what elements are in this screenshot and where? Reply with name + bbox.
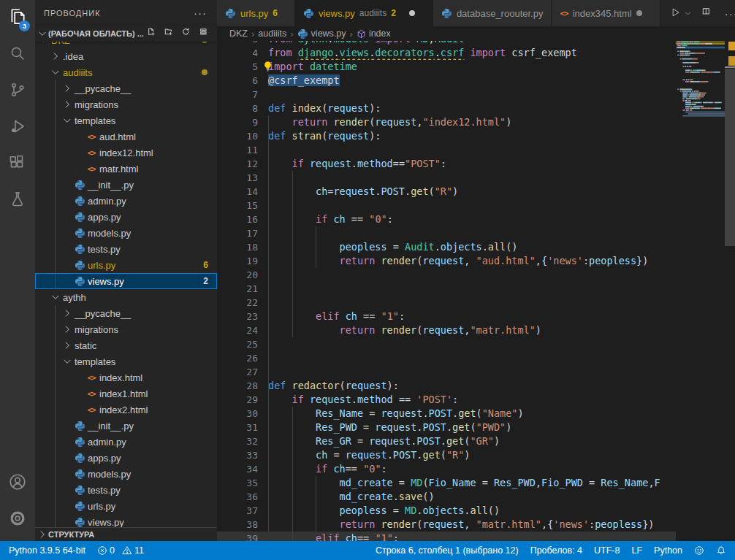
tree-item-audiiits[interactable]: audiiits [35,64,217,80]
line-number[interactable]: 37 [217,504,258,518]
lightbulb-icon[interactable] [262,61,273,74]
code-line-24[interactable]: 24 return render(request,"matr.html") [217,323,676,337]
tree-item-apps.py[interactable]: apps.py [35,450,217,466]
code-line-15[interactable]: 15 [217,199,676,212]
more-actions-button[interactable]: ··· [725,7,735,20]
tab-index345.html[interactable]: <>index345.html [552,0,660,26]
breadcrumb-item-audiiits[interactable]: audiiits [258,28,286,39]
line-number[interactable]: 15 [217,199,258,212]
tree-item-index1.html[interactable]: <>index1.html [35,386,217,402]
tree-item-__init__.py[interactable]: __init__.py [35,418,217,434]
code-line-22[interactable]: 22 [217,296,676,310]
line-number[interactable]: 4 [217,46,258,60]
modified-dot[interactable] [636,10,642,16]
code-line-34[interactable]: 34 if ch== "0": [217,462,676,476]
status-indentation[interactable]: Пробелов: 4 [530,545,582,556]
tree-item-templates[interactable]: templates [35,112,217,129]
activity-item-explorer[interactable]: 3 [0,0,35,37]
breadcrumb-item-DKZ[interactable]: DKZ [229,28,248,39]
tree-item-matr.html[interactable]: <>matr.html [35,161,217,177]
workspace-section-header[interactable]: (РАБОЧАЯ ОБЛАСТЬ) ... [35,26,217,42]
line-number[interactable]: 7 [217,88,258,101]
tree-item-templates[interactable]: templates [35,353,217,369]
code-line-31[interactable]: 31 Res_PWD = request.POST.get("PWD") [217,421,676,434]
line-number[interactable]: 21 [217,282,258,296]
code-line-36[interactable]: 36 md_create.save() [217,490,676,504]
line-number[interactable]: 28 [217,379,258,393]
new-file-icon[interactable] [147,28,159,39]
code-line-7[interactable]: 7 [217,88,676,101]
status-feedback[interactable] [694,545,704,556]
activity-item-run-debug[interactable] [0,110,35,146]
line-number[interactable]: 27 [217,365,258,379]
line-number[interactable]: 29 [217,393,258,407]
code-line-18[interactable]: 18 peopless = Audit.objects.all() [217,240,676,254]
tree-item-tests.py[interactable]: tests.py [35,482,217,498]
tree-item-admin.py[interactable]: admin.py [35,434,217,450]
code-editor[interactable]: 3from aythh.models import MD,Audit4from … [217,26,676,541]
tab-views.py[interactable]: views.pyaudiiits2 [295,0,433,26]
status-encoding[interactable]: UTF-8 [594,545,620,556]
line-number[interactable]: 18 [217,240,258,254]
line-number[interactable]: 23 [217,310,258,323]
code-line-14[interactable]: 14 ch=request.POST.get("R") [217,185,676,199]
line-number[interactable]: 36 [217,490,258,504]
code-line-13[interactable]: 13 [217,171,676,185]
tree-item-__init__.py[interactable]: __init__.py [35,177,217,193]
line-number[interactable]: 12 [217,157,258,171]
activity-item-source-control[interactable] [0,73,35,110]
line-number[interactable]: 35 [217,476,258,490]
tree-item-models.py[interactable]: models.py [35,466,217,482]
code-line-26[interactable]: 26 [217,351,676,365]
code-line-16[interactable]: 16 if ch == "0": [217,212,676,226]
tree-item-aythh[interactable]: aythh [35,289,217,305]
line-number[interactable]: 9 [217,115,258,129]
status-python-interpreter[interactable]: Python 3.9.5 64-bit [9,545,85,556]
minimap[interactable] [676,41,725,541]
tree-item-index.html[interactable]: <>index.html [35,369,217,386]
line-number[interactable]: 30 [217,407,258,421]
tree-item-urls.py[interactable]: urls.py6 [35,257,217,273]
tree-item-migrations[interactable]: migrations [35,96,217,112]
tree-item-aud.html[interactable]: <>aud.html [35,129,217,145]
tab-database_roouter.py[interactable]: database_roouter.py [433,0,552,26]
code-line-9[interactable]: 9 return render(request,"index12.html") [217,115,676,129]
line-number[interactable]: 34 [217,462,258,476]
split-editor-button[interactable] [702,7,714,19]
line-number[interactable]: 39 [217,532,258,541]
line-number[interactable]: 8 [217,101,258,115]
code-line-37[interactable]: 37 peopless = MD.objects.all() [217,504,676,518]
tree-item-.idea[interactable]: .idea [35,48,217,64]
code-line-10[interactable]: 10def stran(request): [217,129,676,143]
line-number[interactable]: 24 [217,323,258,337]
tree-item-apps.py[interactable]: apps.py [35,209,217,225]
line-number[interactable]: 19 [217,254,258,268]
tree-item-migrations[interactable]: migrations [35,321,217,337]
line-number[interactable]: 16 [217,212,258,226]
status-cursor-position[interactable]: Строка 6, столбец 1 (выбрано 12) [376,545,519,556]
tree-item-DKZ[interactable]: DKZ [35,42,217,48]
tree-item-admin.py[interactable]: admin.py [35,193,217,209]
code-line-5[interactable]: 5import datetime [217,60,676,74]
status-notifications[interactable] [716,545,726,556]
code-line-4[interactable]: 4from django.views.decorators.csrf impor… [217,46,676,60]
code-line-6[interactable]: 6@csrf_exempt [217,74,676,88]
tree-item-__pycache__[interactable]: __pycache__ [35,305,217,321]
line-number[interactable]: 13 [217,171,258,185]
collapse-all-icon[interactable] [199,28,211,39]
line-number[interactable]: 32 [217,434,258,448]
line-number[interactable]: 33 [217,448,258,462]
tree-item-models.py[interactable]: models.py [35,225,217,241]
new-folder-icon[interactable] [164,28,176,39]
code-line-27[interactable]: 27 [217,365,676,379]
line-number[interactable]: 10 [217,129,258,143]
scrollbar-thumb[interactable] [725,69,735,246]
activity-item-settings[interactable] [0,502,35,538]
line-number[interactable]: 17 [217,226,258,240]
line-number[interactable]: 22 [217,296,258,310]
tree-item-views.py[interactable]: views.py2 [35,273,217,289]
line-number[interactable]: 26 [217,351,258,365]
code-line-20[interactable]: 20 [217,268,676,282]
status-language-mode[interactable]: Python [654,545,682,556]
activity-item-testing[interactable] [0,183,35,219]
